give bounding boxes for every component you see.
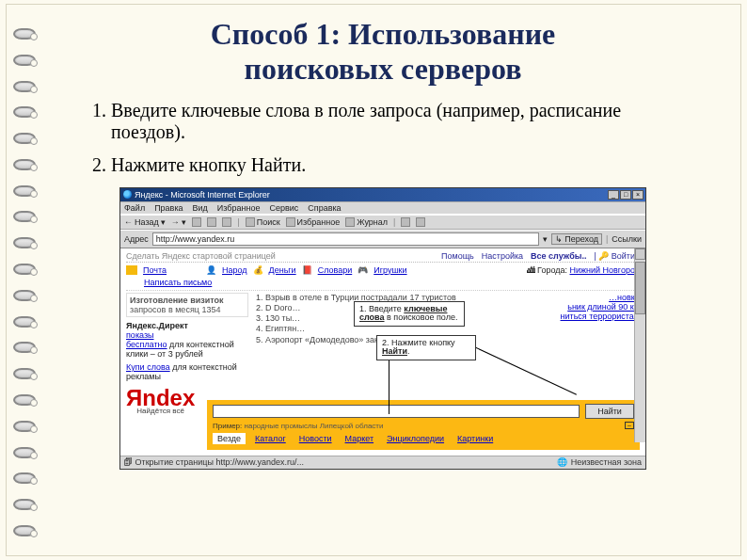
left-column: Изготовление визиток запросов в месяц 13… bbox=[126, 293, 248, 381]
mail-icon[interactable] bbox=[401, 217, 410, 227]
slide-title: Способ 1: Использование поисковых сервер… bbox=[56, 17, 709, 87]
menu-favorites[interactable]: Избранное bbox=[217, 203, 261, 213]
tab-everywhere[interactable]: Везде bbox=[213, 433, 246, 444]
ie-icon bbox=[123, 190, 132, 199]
close-button[interactable]: × bbox=[632, 190, 644, 200]
dropdown-icon[interactable]: ▾ bbox=[543, 234, 548, 244]
mail-link[interactable]: Почта bbox=[143, 265, 167, 275]
window-controls: _ □ × bbox=[608, 190, 644, 200]
toys-link[interactable]: Игрушки bbox=[374, 265, 406, 275]
callout-1: 1. Введите ключевые слова в поисковое по… bbox=[354, 301, 465, 328]
address-field[interactable]: http://www.yandex.ru bbox=[152, 232, 539, 246]
narod-link[interactable]: Народ bbox=[222, 265, 247, 275]
right-link2[interactable]: ьник длиной 90 км bbox=[536, 302, 640, 312]
make-startpage-link[interactable]: Сделать Яндекс стартовой страницей bbox=[126, 251, 276, 261]
tab-news[interactable]: Новости bbox=[295, 433, 336, 444]
tab-catalog[interactable]: Каталог bbox=[251, 433, 290, 444]
menu-edit[interactable]: Правка bbox=[154, 203, 183, 213]
write-mail-link[interactable]: Написать письмо bbox=[144, 278, 212, 287]
favorites-button[interactable]: Избранное bbox=[286, 217, 341, 227]
collapse-icon[interactable]: − bbox=[625, 422, 634, 429]
address-bar: Адрес http://www.yandex.ru ▾ ↳ Переход |… bbox=[120, 230, 645, 248]
callout-2: 2. Нажмите кнопку Найти. bbox=[376, 335, 476, 361]
steps-list: Введите ключевые слова в поле запроса (н… bbox=[88, 100, 709, 176]
forward-button[interactable]: → ▾ bbox=[171, 217, 187, 227]
titlebar: Яндекс - Microsoft Internet Explorer _ □… bbox=[120, 188, 645, 201]
browser-window: Яндекс - Microsoft Internet Explorer _ □… bbox=[119, 187, 646, 470]
example-text: народные промыслы Липецкой области bbox=[245, 422, 384, 430]
links-label[interactable]: Ссылки bbox=[612, 234, 642, 244]
maximize-button[interactable]: □ bbox=[620, 190, 631, 200]
find-button[interactable]: Найти bbox=[585, 404, 634, 419]
title-line1: Способ 1: Использование bbox=[211, 17, 556, 51]
step-1: Введите ключевые слова в поле запроса (н… bbox=[111, 100, 638, 143]
toolbar: ← Назад ▾ → ▾ | Поиск Избранное Журнал | bbox=[120, 215, 645, 230]
search-input[interactable] bbox=[213, 405, 580, 418]
page-icon: 🗐 bbox=[124, 457, 133, 467]
go-button[interactable]: ↳ Переход bbox=[551, 233, 602, 245]
zone-text: Неизвестная зона bbox=[571, 457, 642, 467]
refresh-icon[interactable] bbox=[207, 217, 216, 227]
print-icon[interactable] bbox=[416, 217, 425, 227]
right-link1[interactable]: …новка bbox=[536, 293, 640, 302]
mail-icon bbox=[126, 265, 137, 275]
help-link[interactable]: Помощь bbox=[441, 251, 474, 261]
money-link[interactable]: Деньги bbox=[269, 265, 296, 275]
vertical-scrollbar[interactable] bbox=[634, 248, 645, 442]
search-button[interactable]: Поиск bbox=[246, 217, 280, 227]
menu-view[interactable]: Вид bbox=[193, 203, 208, 213]
right-link3[interactable]: ниться террористам bbox=[536, 312, 640, 321]
tab-pictures[interactable]: Картинки bbox=[453, 433, 497, 444]
direct-link1[interactable]: показы bbox=[126, 330, 154, 340]
yandex-logo: Яndex Найдётся всё bbox=[126, 388, 195, 415]
buy-words-link[interactable]: Купи слова bbox=[126, 362, 170, 372]
direct-header: Яндекс.Директ bbox=[126, 321, 248, 330]
status-text: Открытие страницы http://www.yandex.ru/.… bbox=[135, 457, 305, 467]
zone-icon: 🌐 bbox=[557, 457, 567, 467]
search-tabs: Везде Каталог Новости Маркет Энциклопеди… bbox=[213, 433, 634, 444]
menu-file[interactable]: Файл bbox=[124, 203, 145, 213]
settings-link[interactable]: Настройка bbox=[482, 251, 523, 261]
minimize-button[interactable]: _ bbox=[608, 190, 619, 200]
title-line2: поисковых серверов bbox=[245, 52, 522, 86]
menu-help[interactable]: Справка bbox=[308, 203, 341, 213]
direct-link2[interactable]: бесплатно bbox=[126, 340, 167, 349]
address-label: Адрес bbox=[124, 234, 149, 244]
window-title: Яндекс - Microsoft Internet Explorer bbox=[135, 190, 270, 200]
notebook-spiral bbox=[13, 28, 40, 536]
home-icon[interactable] bbox=[222, 217, 231, 227]
ad-block: Изготовление визиток запросов в месяц 13… bbox=[126, 293, 248, 317]
right-column: …новка ьник длиной 90 км ниться террорис… bbox=[536, 293, 640, 381]
tab-encyclopedias[interactable]: Энциклопедии bbox=[383, 433, 448, 444]
menubar: Файл Правка Вид Избранное Сервис Справка bbox=[120, 201, 645, 215]
search-area: Найти Пример: народные промыслы Липецкой… bbox=[207, 400, 640, 450]
step-2: Нажмите кнопку Найти. bbox=[111, 154, 638, 176]
tab-market[interactable]: Маркет bbox=[342, 433, 377, 444]
dict-link[interactable]: Словари bbox=[318, 265, 353, 275]
all-services-link[interactable]: Все службы.. bbox=[531, 251, 586, 261]
example-label: Пример: bbox=[213, 422, 242, 430]
status-bar: 🗐 Открытие страницы http://www.yandex.ru… bbox=[120, 456, 645, 469]
page-content: Сделать Яндекс стартовой страницей Помощ… bbox=[120, 248, 645, 456]
callout-arrow-1 bbox=[389, 358, 389, 414]
back-button[interactable]: ← Назад ▾ bbox=[124, 217, 166, 227]
menu-tools[interactable]: Сервис bbox=[269, 203, 298, 213]
journal-button[interactable]: Журнал bbox=[345, 217, 388, 227]
city-link[interactable]: Нижний Новгород bbox=[569, 265, 640, 275]
stop-icon[interactable] bbox=[192, 217, 201, 227]
